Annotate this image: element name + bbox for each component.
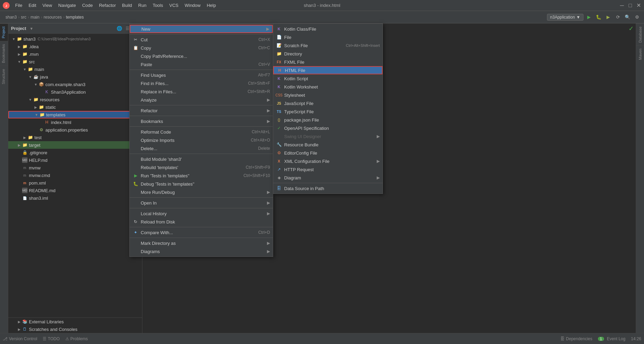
tree-item-indexhtml[interactable]: ▶ H index.html	[8, 118, 142, 126]
toggle-shan3[interactable]: ▼	[11, 36, 17, 42]
toggle-target[interactable]: ▶	[17, 142, 22, 148]
menu-run[interactable]: Run	[136, 2, 149, 9]
submenu-fxml-file[interactable]: FX FXML File	[273, 58, 383, 66]
tree-item-resources[interactable]: ▼ 📁 resources	[8, 96, 142, 103]
menu-code[interactable]: Code	[79, 2, 96, 9]
submenu-openapi[interactable]: ✓ OpenAPI Specification	[273, 124, 383, 132]
tree-item-templates[interactable]: ▼ 📁 templates	[8, 111, 142, 118]
tree-item-java[interactable]: ▼ ☕ java	[8, 73, 142, 81]
tree-item-extlibs[interactable]: ▶ 📚 External Libraries	[8, 318, 142, 325]
submenu-js-file[interactable]: JS JavaScript File	[273, 99, 383, 107]
tree-item-pomxml[interactable]: ▶ m pom.xml	[8, 179, 142, 187]
toggle-mvn[interactable]: ▶	[17, 51, 22, 57]
ctx-item-findusages[interactable]: Find Usages Alt+F7	[130, 71, 273, 79]
ctx-item-replaceinfiles[interactable]: Replace in Files... Ctrl+Shift+R	[130, 87, 273, 96]
ctx-item-buildmodule[interactable]: Build Module 'shan3'	[130, 155, 273, 163]
submenu-file[interactable]: 📄 File	[273, 33, 383, 41]
menu-tools[interactable]: Tools	[150, 2, 166, 9]
tree-item-src[interactable]: ▼ 📁 src	[8, 58, 142, 65]
tree-item-mvn[interactable]: ▶ 📁 .mvn	[8, 50, 142, 58]
ctx-item-reformatcode[interactable]: Reformat Code Ctrl+Alt+L	[130, 128, 273, 136]
panel-dropdown-icon[interactable]: ▼	[30, 27, 33, 31]
tree-item-target[interactable]: ▶ 📁 target	[8, 141, 142, 149]
ctx-item-refactor[interactable]: Refactor ▶	[130, 106, 273, 115]
ctx-item-delete[interactable]: Delete... Delete	[130, 144, 273, 153]
submenu-editorconfig[interactable]: ⚙ EditorConfig File	[273, 149, 383, 157]
toggle-main[interactable]: ▼	[22, 66, 28, 72]
tree-item-shan3[interactable]: ▼ 📁 shan3 C:\Users\陆\IdeaProjects\shan3	[8, 35, 142, 43]
status-version-control[interactable]: ⎇ Version Control	[3, 336, 37, 341]
tree-item-mvnw[interactable]: ▶ m mvnw	[8, 164, 142, 171]
tree-item-readmemd[interactable]: ▶ MD README.md	[8, 187, 142, 194]
toggle-templates[interactable]: ▼	[34, 112, 39, 117]
submenu-swing-ui[interactable]: Swing UI Designer ▶	[273, 132, 383, 140]
toggle-com[interactable]: ▼	[33, 82, 39, 87]
ctx-item-analyze[interactable]: Analyze ▶	[130, 96, 273, 104]
breadcrumb-part-templates[interactable]: templates	[66, 15, 84, 20]
ctx-item-openin[interactable]: Open In ▶	[130, 199, 273, 207]
toggle-test[interactable]: ▶	[22, 135, 28, 140]
submenu-kotlin-worksheet[interactable]: K Kotlin Worksheet	[273, 83, 383, 91]
ctx-item-localhistory[interactable]: Local History ▶	[130, 209, 273, 218]
search-everywhere-button[interactable]: 🔍	[623, 13, 632, 21]
submenu-http-request[interactable]: ↗ HTTP Request	[273, 165, 383, 174]
run-button[interactable]: ▶	[585, 13, 593, 21]
run-configuration[interactable]: n3Application ▼	[547, 14, 583, 21]
run-config-dropdown[interactable]: ▼	[576, 15, 580, 20]
ctx-item-runtests[interactable]: ▶ Run 'Tests in 'templates'' Ctrl+Shift+…	[130, 171, 273, 180]
ctx-item-reload[interactable]: ↻ Reload from Disk	[130, 218, 273, 226]
structure-tab-left[interactable]: Structure	[0, 66, 8, 87]
toggle-static[interactable]: ▶	[33, 104, 39, 110]
tree-item-idea[interactable]: ▶ 📁 .idea	[8, 43, 142, 50]
ctx-item-debugtests[interactable]: 🐛 Debug 'Tests in 'templates''	[130, 180, 273, 188]
status-todo[interactable]: ☰ TODO	[43, 336, 60, 341]
breadcrumb-part-src[interactable]: src	[21, 15, 26, 20]
status-dependencies[interactable]: 🗄 Dependencies	[560, 336, 592, 341]
panel-locate-btn[interactable]: 🌐	[116, 25, 123, 32]
ctx-item-bookmarks[interactable]: Bookmarks ▶	[130, 117, 273, 125]
submenu-ts-file[interactable]: TS TypeScript File	[273, 107, 383, 116]
menu-file[interactable]: File	[12, 2, 25, 9]
ctx-item-diagrams[interactable]: Diagrams ▶	[130, 247, 273, 256]
breadcrumb-part-resources[interactable]: resources	[44, 15, 62, 20]
ctx-item-copypath[interactable]: Copy Path/Reference...	[130, 52, 273, 60]
tree-item-static[interactable]: ▶ 📁 static	[8, 103, 142, 111]
debug-button[interactable]: 🐛	[594, 13, 603, 21]
menu-navigate[interactable]: Navigate	[55, 2, 78, 9]
ctx-item-rebuildtemplates[interactable]: Rebuild 'templates' Ctrl+Shift+F9	[130, 163, 273, 171]
submenu-xml-config[interactable]: X XML Configuration File ▶	[273, 157, 383, 165]
menu-refactor[interactable]: Refactor	[96, 2, 119, 9]
tree-item-main[interactable]: ▼ 📁 main	[8, 65, 142, 73]
bookmarks-tab-left[interactable]: Bookmarks	[0, 41, 8, 66]
tree-item-scratches[interactable]: ▶ 🗒 Scratches and Consoles	[8, 325, 142, 333]
maven-tab[interactable]: Maven	[636, 45, 644, 63]
ctx-item-markdiras[interactable]: Mark Directory as ▶	[130, 239, 273, 247]
submenu-kotlin-class[interactable]: K Kotlin Class/File	[273, 25, 383, 33]
maximize-button[interactable]: □	[627, 3, 633, 8]
status-problems[interactable]: ⚠ Problems	[65, 336, 88, 341]
menu-build[interactable]: Build	[119, 2, 135, 9]
submenu-diagram[interactable]: ◈ Diagram ▶	[273, 174, 383, 182]
ctx-item-optimizeimports[interactable]: Optimize Imports Ctrl+Alt+O	[130, 136, 273, 144]
project-tab[interactable]: Project	[0, 23, 8, 41]
submenu-html-file[interactable]: H HTML File	[273, 66, 383, 74]
menu-help[interactable]: Help	[204, 2, 219, 9]
submenu-stylesheet[interactable]: CSS Stylesheet	[273, 91, 383, 99]
submenu-kotlin-script[interactable]: K Kotlin Script	[273, 74, 383, 83]
ctx-item-new[interactable]: New ▶	[130, 25, 273, 33]
ctx-item-copy[interactable]: 📋 Copy Ctrl+C	[130, 44, 273, 52]
tree-item-com[interactable]: ▼ 📦 com.example.shan3	[8, 81, 142, 88]
toggle-idea[interactable]: ▶	[17, 44, 22, 49]
tree-item-shan3iml[interactable]: ▶ 📄 shan3.iml	[8, 194, 142, 202]
toggle-resources[interactable]: ▼	[28, 97, 33, 102]
menu-view[interactable]: View	[40, 2, 55, 9]
submenu-scratch-file[interactable]: 📝 Scratch File Ctrl+Alt+Shift+Insert	[273, 41, 383, 50]
toggle-extlibs[interactable]: ▶	[17, 319, 22, 324]
status-event-log[interactable]: 1 Event Log	[598, 336, 625, 341]
submenu-resource-bundle[interactable]: 🔧 Resource Bundle	[273, 140, 383, 149]
minimize-button[interactable]: ─	[619, 3, 625, 8]
breadcrumb-part-main[interactable]: main	[31, 15, 40, 20]
coverage-button[interactable]: ▶	[604, 13, 612, 21]
submenu-datasource[interactable]: 🗄 Data Source in Path	[273, 184, 383, 192]
menu-edit[interactable]: Edit	[26, 2, 39, 9]
